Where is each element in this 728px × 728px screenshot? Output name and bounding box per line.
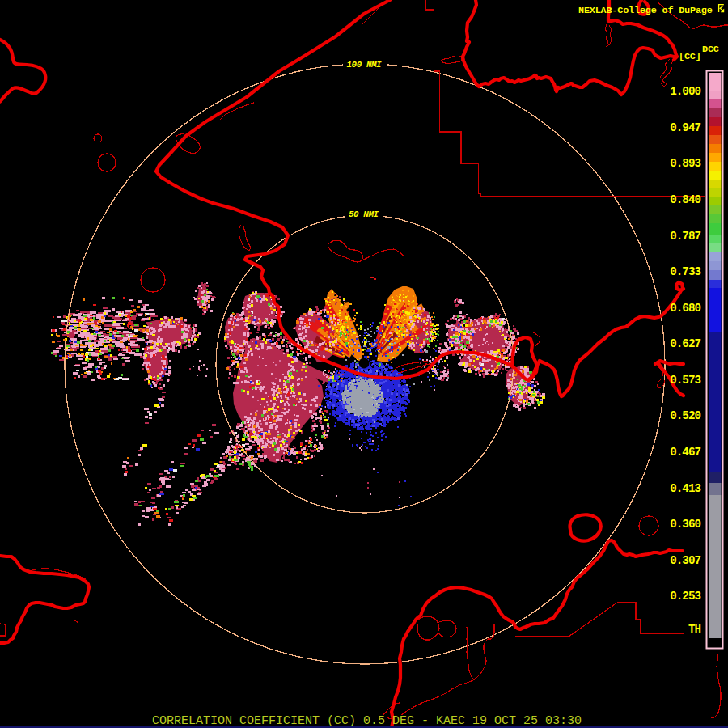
svg-text:0.893: 0.893	[670, 157, 700, 170]
svg-text:0.360: 0.360	[670, 518, 700, 531]
svg-text:CORRELATION COEFFICIENT (CC) 0: CORRELATION COEFFICIENT (CC) 0.5 DEG - K…	[152, 714, 582, 728]
svg-text:100 NMI: 100 NMI	[347, 60, 383, 70]
svg-text:0.680: 0.680	[670, 302, 700, 315]
svg-text:0.253: 0.253	[670, 590, 700, 603]
svg-text:50 NMI: 50 NMI	[349, 210, 379, 219]
svg-text:0.787: 0.787	[670, 230, 700, 243]
svg-text:DCC: DCC	[702, 44, 719, 55]
svg-text:0.413: 0.413	[670, 482, 700, 495]
svg-text:0.573: 0.573	[670, 374, 700, 387]
svg-text:0.627: 0.627	[670, 337, 700, 350]
svg-text:0.520: 0.520	[670, 409, 700, 422]
svg-text:NEXLAB-College of DuPage: NEXLAB-College of DuPage	[578, 5, 713, 16]
svg-text:TH: TH	[688, 623, 701, 636]
svg-text:0.467: 0.467	[670, 446, 700, 459]
svg-text:[CC]: [CC]	[679, 51, 701, 62]
svg-text:0.307: 0.307	[670, 554, 700, 567]
svg-text:0.947: 0.947	[670, 121, 700, 134]
svg-text:1.000: 1.000	[670, 85, 700, 98]
svg-text:0.733: 0.733	[670, 265, 700, 278]
svg-text:0.840: 0.840	[670, 193, 700, 206]
